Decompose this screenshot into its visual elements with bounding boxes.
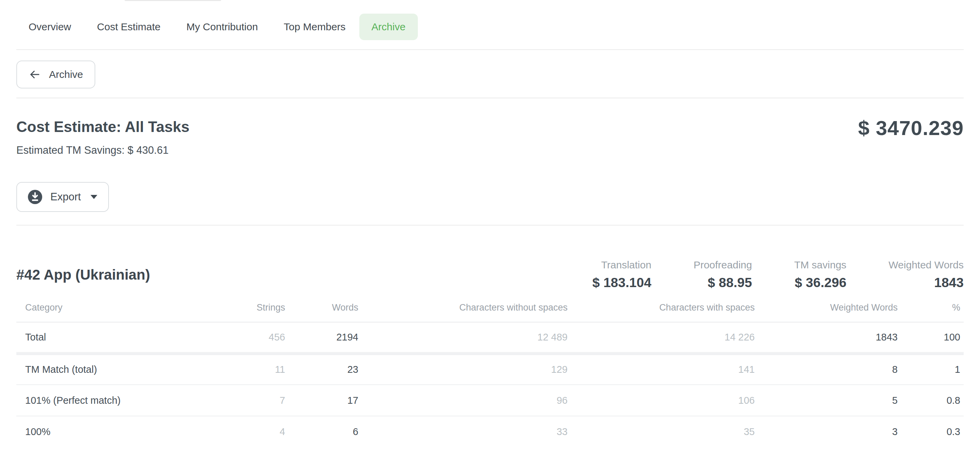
export-label: Export <box>50 191 81 203</box>
download-circle-icon <box>28 190 42 204</box>
task-title: #42 App (Ukrainian) <box>16 267 150 283</box>
stat-label: Proofreading <box>694 259 752 271</box>
cell-percent: 1 <box>898 354 964 385</box>
cell-percent: 100 <box>898 322 964 354</box>
divider <box>16 225 964 225</box>
cell-words: 23 <box>285 354 358 385</box>
cell-weighted_words: 1843 <box>755 322 898 354</box>
stat-value: 1843 <box>888 274 964 291</box>
table-row-total: Total456219412 48914 2261843100 <box>16 322 964 354</box>
stat-label: TM savings <box>794 259 846 271</box>
cell-chars_without_spaces: 96 <box>358 385 568 416</box>
total-cost-value: $ 3470.239 <box>858 117 964 139</box>
cell-weighted_words: 3 <box>755 416 898 447</box>
cell-weighted_words: 5 <box>755 385 898 416</box>
cost-table-wrap: CategoryStringsWordsCharacters without s… <box>0 302 980 447</box>
column-header-characters-with-spaces: Characters with spaces <box>568 302 755 322</box>
table-header-row: CategoryStringsWordsCharacters without s… <box>16 302 964 322</box>
table-row-tm-match-total-: TM Match (total)112312914181 <box>16 354 964 385</box>
divider <box>16 98 964 98</box>
stat-tm-savings: TM savings$ 36.296 <box>794 259 846 291</box>
tab-archive[interactable]: Archive <box>360 14 418 40</box>
stat-label: Weighted Words <box>888 259 964 271</box>
cost-table: CategoryStringsWordsCharacters without s… <box>16 302 964 447</box>
cell-chars_with_spaces: 141 <box>568 354 755 385</box>
cell-category: 100% <box>16 416 204 447</box>
tab-overview[interactable]: Overview <box>16 14 83 40</box>
cell-strings: 7 <box>204 385 285 416</box>
stat-value: $ 36.296 <box>794 274 846 291</box>
stat-proofreading: Proofreading$ 88.95 <box>694 259 752 291</box>
stat-translation: Translation$ 183.104 <box>592 259 652 291</box>
task-stats: Translation$ 183.104Proofreading$ 88.95T… <box>592 259 964 291</box>
tm-savings-line: Estimated TM Savings: $ 430.61 <box>0 144 980 157</box>
table-row-101-perfect-match-: 101% (Perfect match)7179610650.8 <box>16 385 964 416</box>
cell-words: 17 <box>285 385 358 416</box>
cell-category: Total <box>16 322 204 354</box>
stat-value: $ 88.95 <box>694 274 752 291</box>
tab-cost-estimate[interactable]: Cost Estimate <box>85 14 173 40</box>
stat-weighted-words: Weighted Words1843 <box>888 259 964 291</box>
table-body: Total456219412 48914 2261843100TM Match … <box>16 322 964 447</box>
archive-back-label: Archive <box>49 69 83 80</box>
column-header-percent: % <box>898 302 964 322</box>
cell-category: 101% (Perfect match) <box>16 385 204 416</box>
arrow-left-icon <box>29 68 41 81</box>
cell-chars_with_spaces: 35 <box>568 416 755 447</box>
cell-chars_without_spaces: 33 <box>358 416 568 447</box>
export-button[interactable]: Export <box>16 182 109 212</box>
column-header-strings: Strings <box>204 302 285 322</box>
tab-top-members[interactable]: Top Members <box>272 14 358 40</box>
page-title: Cost Estimate: All Tasks <box>16 117 189 136</box>
cell-words: 2194 <box>285 322 358 354</box>
column-header-category: Category <box>16 302 204 322</box>
cell-strings: 4 <box>204 416 285 447</box>
cell-chars_without_spaces: 129 <box>358 354 568 385</box>
divider <box>16 49 964 50</box>
column-header-words: Words <box>285 302 358 322</box>
table-row-100-: 100%46333530.3 <box>16 416 964 447</box>
cell-chars_without_spaces: 12 489 <box>358 322 568 354</box>
column-header-characters-without-spaces: Characters without spaces <box>358 302 568 322</box>
cell-percent: 0.8 <box>898 385 964 416</box>
cell-strings: 456 <box>204 322 285 354</box>
chevron-down-icon <box>91 195 97 199</box>
cell-words: 6 <box>285 416 358 447</box>
cell-chars_with_spaces: 106 <box>568 385 755 416</box>
cell-weighted_words: 8 <box>755 354 898 385</box>
tab-bar: OverviewCost EstimateMy ContributionTop … <box>0 14 980 40</box>
tab-my-contribution[interactable]: My Contribution <box>174 14 270 40</box>
stat-label: Translation <box>592 259 652 271</box>
cell-strings: 11 <box>204 354 285 385</box>
cell-percent: 0.3 <box>898 416 964 447</box>
cell-chars_with_spaces: 14 226 <box>568 322 755 354</box>
cell-category: TM Match (total) <box>16 354 204 385</box>
cutoff-element-top <box>124 0 221 1</box>
stat-value: $ 183.104 <box>592 274 652 291</box>
archive-back-button[interactable]: Archive <box>16 60 95 89</box>
column-header-weighted-words: Weighted Words <box>755 302 898 322</box>
